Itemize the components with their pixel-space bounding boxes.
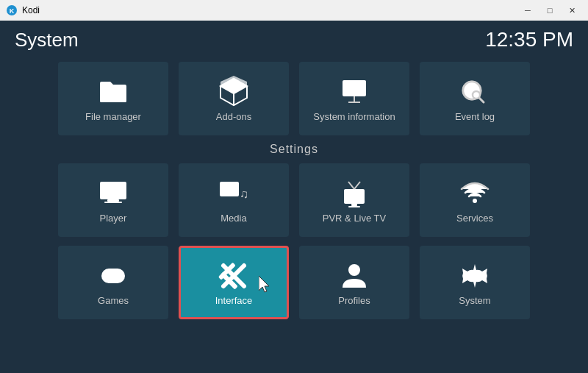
title-bar: K Kodi ─ □ ✕	[0, 0, 588, 21]
services-icon	[459, 177, 491, 210]
tile-add-ons[interactable]: Add-ons	[179, 62, 289, 135]
svg-point-28	[224, 186, 227, 189]
settings-label: Settings	[15, 143, 573, 156]
settings-row-1: Player ♫ Media	[15, 163, 573, 237]
svg-point-37	[473, 199, 477, 203]
window-controls: ─ □ ✕	[517, 3, 582, 18]
tile-system[interactable]: System	[420, 246, 530, 319]
svg-rect-24	[104, 202, 122, 203]
pvr-live-tv-icon	[338, 177, 370, 210]
tile-pvr-live-tv[interactable]: PVR & Live TV	[299, 163, 409, 237]
svg-marker-52	[259, 276, 269, 292]
player-icon	[97, 177, 129, 210]
header: System 12:35 PM	[15, 28, 573, 51]
kodi-logo-icon: K	[6, 4, 18, 16]
tile-profiles[interactable]: Profiles	[299, 246, 409, 319]
media-icon: ♫	[218, 177, 250, 210]
svg-rect-9	[351, 86, 354, 93]
svg-rect-8	[347, 89, 350, 93]
file-manager-icon	[97, 76, 129, 108]
games-icon	[97, 260, 129, 292]
svg-rect-40	[107, 271, 110, 277]
svg-point-53	[348, 264, 360, 276]
interface-icon	[218, 260, 250, 292]
tile-add-ons-label: Add-ons	[216, 111, 251, 122]
svg-line-33	[348, 182, 354, 189]
svg-text:K: K	[10, 7, 15, 15]
svg-point-44	[115, 274, 118, 277]
tile-system-information[interactable]: System information	[299, 62, 409, 135]
svg-point-56	[471, 272, 478, 280]
top-row: File manager Add-ons	[15, 62, 573, 135]
add-ons-icon	[218, 76, 250, 108]
app-title: Kodi	[22, 5, 40, 15]
tile-event-log-label: Event log	[455, 111, 495, 122]
svg-point-41	[118, 271, 121, 274]
cursor-icon	[259, 276, 273, 294]
tile-services-label: Services	[456, 213, 493, 224]
title-bar-left: K Kodi	[6, 4, 40, 16]
event-log-icon	[459, 76, 491, 108]
profiles-icon	[338, 260, 370, 292]
tile-media-label: Media	[220, 213, 246, 224]
tile-interface[interactable]: Interface	[179, 246, 289, 319]
clock-display: 12:35 PM	[485, 28, 573, 51]
svg-rect-23	[107, 199, 119, 202]
tile-system-information-label: System information	[313, 111, 395, 122]
tile-games[interactable]: Games	[58, 246, 168, 319]
svg-text:♫: ♫	[240, 188, 248, 200]
tile-pvr-live-tv-label: PVR & Live TV	[323, 213, 386, 224]
tile-file-manager[interactable]: File manager	[58, 62, 168, 135]
svg-rect-35	[351, 204, 357, 206]
tile-interface-label: Interface	[215, 295, 253, 306]
svg-rect-36	[348, 206, 360, 207]
svg-point-19	[473, 91, 480, 99]
tile-services[interactable]: Services	[420, 163, 530, 237]
minimize-button[interactable]: ─	[517, 3, 538, 18]
svg-point-42	[121, 274, 123, 277]
tile-player[interactable]: Player	[58, 163, 168, 237]
tile-player-label: Player	[100, 213, 127, 224]
close-button[interactable]: ✕	[562, 3, 582, 18]
svg-rect-32	[345, 191, 363, 202]
system-information-icon	[338, 76, 370, 108]
page-title: System	[15, 29, 79, 51]
maximize-button[interactable]: □	[539, 3, 560, 18]
system-icon	[459, 260, 491, 292]
tile-profiles-label: Profiles	[338, 295, 370, 306]
svg-point-43	[118, 277, 121, 280]
tile-file-manager-label: File manager	[85, 111, 141, 122]
settings-row-2: Games Interface	[15, 246, 573, 319]
svg-line-34	[354, 182, 360, 189]
app-content: System 12:35 PM File manager	[0, 21, 588, 373]
tile-event-log[interactable]: Event log	[420, 62, 530, 135]
tile-games-label: Games	[98, 295, 129, 306]
tile-media[interactable]: ♫ Media	[179, 163, 289, 237]
tile-system-label: System	[459, 295, 490, 306]
svg-rect-10	[356, 88, 359, 93]
